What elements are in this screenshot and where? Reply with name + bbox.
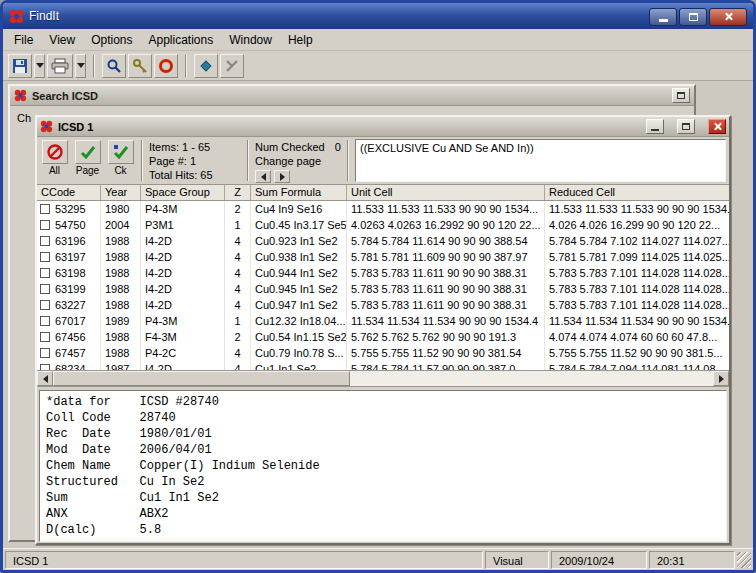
row-checkbox[interactable] — [40, 300, 50, 310]
row-checkbox[interactable] — [40, 348, 50, 358]
menu-item[interactable]: Options — [83, 30, 140, 50]
cell-ccode: 67457 — [55, 345, 86, 361]
stop-button[interactable] — [220, 54, 244, 78]
search-icsd-title: Search ICSD — [32, 90, 98, 102]
cell-space-group: I4-2D — [141, 361, 225, 371]
scrollbar-track[interactable] — [53, 371, 713, 386]
cell-reduced-cell: 5.783 5.783 7.101 114.028 114.028... — [545, 281, 729, 297]
row-checkbox[interactable] — [40, 316, 50, 326]
horizontal-scrollbar[interactable] — [37, 371, 729, 387]
save-dropdown-button[interactable] — [34, 54, 45, 78]
refresh-button[interactable] — [154, 54, 178, 78]
menu-item[interactable]: File — [6, 30, 41, 50]
column-header-unit-cell[interactable]: Unit Cell — [347, 185, 545, 200]
scroll-left-button[interactable] — [37, 371, 53, 386]
uncheck-all-button[interactable] — [42, 140, 68, 164]
result-stats: Items: 1 - 65 Page #: 1 Total Hits: 65 — [149, 139, 241, 182]
column-header-reduced-cell[interactable]: Reduced Cell — [545, 185, 729, 200]
table-row[interactable]: 63197 1988 I4-2D 4 Cu0.938 In1 Se2 5.781… — [37, 249, 729, 265]
table-row[interactable]: 63196 1988 I4-2D 4 Cu0.923 In1 Se2 5.784… — [37, 233, 729, 249]
minimize-button[interactable] — [649, 8, 677, 26]
row-checkbox[interactable] — [40, 252, 50, 262]
cell-reduced-cell: 5.783 5.783 7.101 114.028 114.028... — [545, 265, 729, 281]
check-page-button[interactable] — [75, 140, 101, 164]
scrollbar-thumb[interactable] — [53, 371, 350, 386]
cell-z: 4 — [225, 297, 251, 313]
table-row[interactable]: 63198 1988 I4-2D 4 Cu0.944 In1 Se2 5.783… — [37, 265, 729, 281]
cell-reduced-cell: 5.755 5.755 11.52 90 90 90 381.5... — [545, 345, 729, 361]
column-header-ccode[interactable]: CCode — [37, 185, 101, 200]
icsd-maximize-button[interactable] — [677, 119, 695, 134]
cell-ccode: 63197 — [55, 249, 86, 265]
maximize-button[interactable] — [679, 8, 707, 26]
row-checkbox[interactable] — [40, 364, 50, 371]
refresh-icon — [158, 58, 174, 74]
search-restore-button[interactable] — [672, 88, 690, 103]
save-button[interactable] — [8, 54, 32, 78]
cell-ccode: 63199 — [55, 281, 86, 297]
column-header-z[interactable]: Z — [225, 185, 251, 200]
table-row[interactable]: 53295 1980 P4-3M 2 Cu4 In9 Se16 11.533 1… — [37, 201, 729, 217]
main-window-title: FindIt — [29, 9, 59, 23]
table-row[interactable]: 67456 1988 F4-3M 2 Cu0.54 In1.15 Se2 5.7… — [37, 329, 729, 345]
menu-item[interactable]: Help — [280, 30, 321, 50]
row-checkbox[interactable] — [40, 236, 50, 246]
search-form-label: Ch — [17, 112, 31, 124]
search-icsd-titlebar[interactable]: Search ICSD — [10, 86, 694, 106]
record-detail-pane[interactable]: *data for ICSD #28740 Coll Code 28740 Re… — [39, 390, 727, 542]
key-button[interactable] — [128, 54, 152, 78]
table-row[interactable]: 54750 2004 P3M1 1 Cu0.45 In3.17 Se5 4.02… — [37, 217, 729, 233]
menu-item[interactable]: Applications — [141, 30, 222, 50]
resize-grip[interactable] — [737, 552, 751, 568]
results-table: CCode Year Space Group Z Sum Formula Uni… — [37, 184, 729, 387]
save-icon — [12, 58, 28, 74]
icsd-minimize-button[interactable] — [646, 119, 664, 134]
table-row[interactable]: 63227 1988 I4-2D 4 Cu0.947 In1 Se2 5.783… — [37, 297, 729, 313]
cell-unit-cell: 5.783 5.783 11.611 90 90 90 388.31 — [347, 297, 545, 313]
close-button[interactable] — [709, 8, 747, 26]
check-one-button[interactable] — [108, 140, 134, 164]
stop-icon — [224, 58, 240, 74]
scroll-right-button[interactable] — [713, 371, 729, 386]
menu-item[interactable]: Window — [221, 30, 280, 50]
items-range-label: Items: 1 - 65 — [149, 140, 241, 154]
column-header-year[interactable]: Year — [101, 185, 141, 200]
main-toolbar — [3, 51, 753, 81]
main-titlebar[interactable]: FindIt — [3, 3, 753, 29]
run-button[interactable] — [194, 54, 218, 78]
cell-sum-formula: Cu0.45 In3.17 Se5 — [251, 217, 347, 233]
check-page-label: Page — [76, 165, 99, 176]
row-checkbox[interactable] — [40, 268, 50, 278]
cell-ccode: 67456 — [55, 329, 86, 345]
icsd-close-button[interactable] — [708, 119, 726, 134]
next-page-button[interactable] — [274, 170, 290, 183]
arrow-left-icon — [43, 375, 48, 383]
table-row[interactable]: 67457 1988 P4-2C 4 Cu0.79 In0.78 S... 5.… — [37, 345, 729, 361]
search-button[interactable] — [102, 54, 126, 78]
menu-bar: FileViewOptionsApplicationsWindowHelp — [3, 29, 753, 51]
menu-item[interactable]: View — [41, 30, 83, 50]
row-checkbox[interactable] — [40, 204, 50, 214]
table-row[interactable]: 67017 1989 P4-3M 1 Cu12.32 In18.04... 11… — [37, 313, 729, 329]
previous-page-button[interactable] — [255, 170, 271, 183]
cell-sum-formula: Cu0.938 In1 Se2 — [251, 249, 347, 265]
cell-ccode: 63198 — [55, 265, 86, 281]
row-checkbox[interactable] — [40, 220, 50, 230]
cell-unit-cell: 4.0263 4.0263 16.2992 90 90 120 22... — [347, 217, 545, 233]
print-button[interactable] — [47, 54, 73, 78]
row-checkbox[interactable] — [40, 332, 50, 342]
cell-reduced-cell: 11.534 11.534 11.534 90 90 90 1534... — [545, 313, 729, 329]
icsd-1-titlebar[interactable]: ICSD 1 — [37, 117, 729, 137]
table-row[interactable]: 68234 1987 I4-2D 4 Cu1 In1 Se2 5.784 5.7… — [37, 361, 729, 371]
checked-block: Num Checked 0 Change page — [255, 139, 341, 182]
restore-icon — [677, 92, 685, 99]
column-header-sum-formula[interactable]: Sum Formula — [251, 185, 347, 200]
print-dropdown-button[interactable] — [75, 54, 86, 78]
query-expression-field[interactable]: ((EXCLUSIVE Cu AND Se AND In)) — [355, 139, 726, 182]
column-header-space-group[interactable]: Space Group — [141, 185, 225, 200]
cell-year: 1988 — [101, 297, 141, 313]
row-checkbox[interactable] — [40, 284, 50, 294]
cell-ccode: 63227 — [55, 297, 86, 313]
arrow-left-icon — [261, 173, 266, 181]
table-row[interactable]: 63199 1988 I4-2D 4 Cu0.945 In1 Se2 5.783… — [37, 281, 729, 297]
